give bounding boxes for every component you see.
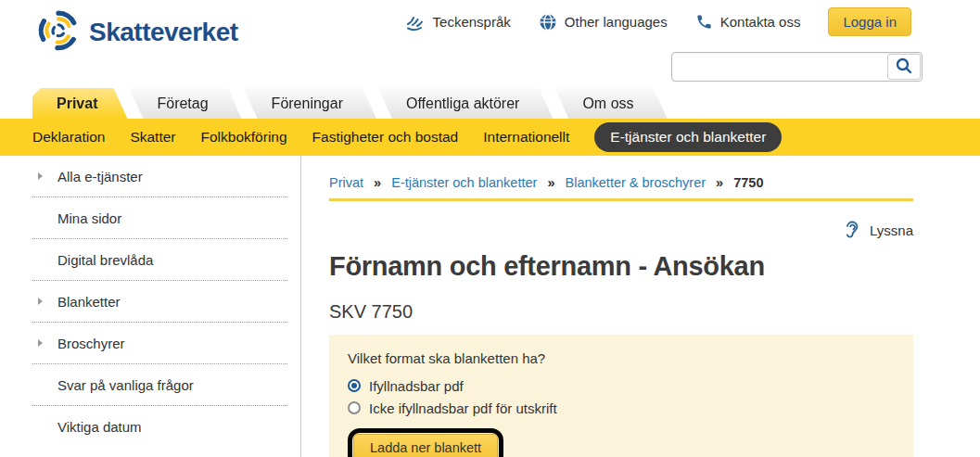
listen-link[interactable]: Lyssna [843, 219, 913, 242]
chevron-right-icon [38, 172, 43, 180]
chevron-right-icon [38, 298, 43, 305]
tab-offentliga-aktorer[interactable]: Offentliga aktörer [378, 88, 553, 119]
tab-om-oss[interactable]: Om oss [554, 88, 667, 119]
search-box [671, 52, 923, 82]
sidebar-item-blanketter[interactable]: Blanketter [32, 281, 287, 323]
tab-privat[interactable]: Privat [32, 88, 127, 119]
other-languages-label: Other languages [565, 14, 668, 30]
listen-label: Lyssna [870, 222, 913, 238]
breadcrumb: Privat » E-tjänster och blanketter » Bla… [329, 175, 913, 190]
breadcrumb-etjanster-och-blanketter[interactable]: E-tjänster och blanketter [391, 175, 537, 190]
sidebar-item-label: Digital brevlåda [57, 252, 153, 268]
nav-skatter[interactable]: Skatter [130, 129, 175, 146]
sidebar-item-mina-sidor[interactable]: Mina sidor [32, 197, 287, 239]
nav-deklaration[interactable]: Deklaration [32, 129, 105, 146]
sign-language-link[interactable]: Teckenspråk [405, 13, 511, 32]
sign-language-icon [405, 13, 426, 32]
tab-offentliga-aktorer-label: Offentliga aktörer [406, 95, 519, 112]
annotation-highlight: Ladda ner blankett [348, 428, 503, 457]
tab-foreningar[interactable]: Föreningar [244, 88, 376, 119]
skatteverket-page: Skatteverket Teckenspråk [0, 0, 980, 457]
page-subtitle: SKV 7750 [329, 301, 913, 323]
radio-option-1[interactable]: Icke ifyllnadsbar pdf för utskrift [348, 397, 895, 419]
sidebar: Alla e-tjänster Mina sidor Digital brevl… [0, 156, 301, 457]
sidebar-item-broschyrer[interactable]: Broschyrer [32, 323, 287, 364]
breadcrumb-privat[interactable]: Privat [329, 175, 363, 190]
sidebar-item-alla-etjanster[interactable]: Alla e-tjänster [32, 156, 287, 197]
sidebar-item-label: Blanketter [57, 294, 121, 310]
nav-internationellt[interactable]: Internationellt [483, 129, 569, 146]
search-input[interactable] [672, 53, 886, 81]
radio-option-1-label: Icke ifyllnadsbar pdf för utskrift [369, 400, 557, 416]
radio-button-icon[interactable] [348, 401, 361, 414]
page-title: Förnamn och efternamn - Ansökan [329, 251, 913, 282]
contact-label: Kontakta oss [720, 14, 801, 30]
phone-icon [695, 13, 713, 31]
form-question: Vilket format ska blanketten ha? [348, 350, 895, 366]
other-languages-link[interactable]: Other languages [539, 13, 668, 32]
ear-icon [843, 219, 861, 242]
tab-om-oss-label: Om oss [582, 95, 633, 112]
nav-etjanster-och-blanketter[interactable]: E-tjänster och blanketter [594, 122, 782, 152]
radio-button-icon[interactable] [348, 379, 361, 392]
sidebar-item-label: Mina sidor [57, 210, 121, 226]
brand-name: Skatteverket [89, 18, 238, 47]
login-button[interactable]: Logga in [828, 7, 911, 36]
sign-language-label: Teckenspråk [433, 14, 511, 30]
breadcrumb-blanketter-broschyrer[interactable]: Blanketter & broschyrer [566, 175, 706, 190]
header: Skatteverket Teckenspråk [0, 0, 980, 88]
sidebar-item-label: Alla e-tjänster [57, 169, 143, 184]
breadcrumb-separator: » [547, 175, 554, 190]
breadcrumb-separator: » [716, 175, 723, 190]
sidebar-item-label: Broschyrer [57, 336, 125, 351]
tab-privat-label: Privat [57, 95, 97, 112]
sidebar-item-label: Viktiga datum [57, 419, 142, 435]
nav-fastigheter-och-bostad[interactable]: Fastigheter och bostad [312, 129, 459, 146]
download-button[interactable]: Ladda ner blankett [353, 434, 498, 457]
utility-links: Teckenspråk Other languages [405, 7, 911, 36]
sidebar-item-viktiga-datum[interactable]: Viktiga datum [32, 406, 287, 448]
globe-icon [539, 13, 557, 32]
tab-foreningar-label: Föreningar [272, 95, 343, 112]
contact-link[interactable]: Kontakta oss [695, 13, 801, 31]
radio-option-0[interactable]: Ifyllnadsbar pdf [348, 374, 895, 397]
radio-option-0-label: Ifyllnadsbar pdf [369, 378, 464, 394]
body-row: Alla e-tjänster Mina sidor Digital brevl… [0, 156, 980, 457]
skatteverket-swirl-icon [37, 9, 80, 56]
primary-tabs: Privat Företag Föreningar Offentliga akt… [0, 88, 980, 119]
format-form: Vilket format ska blanketten ha? Ifyllna… [329, 335, 913, 457]
tab-foretag-label: Företag [157, 95, 208, 112]
topnav: Deklaration Skatter Folkbokföring Fastig… [0, 119, 980, 156]
breadcrumb-separator: » [374, 175, 381, 190]
main-content: Privat » E-tjänster och blanketter » Bla… [301, 156, 980, 457]
skatteverket-logo[interactable]: Skatteverket [37, 9, 238, 56]
search-icon [895, 57, 913, 78]
sidebar-item-label: Svar på vanliga frågor [57, 377, 194, 393]
breadcrumb-rule [329, 198, 913, 201]
search-button[interactable] [887, 54, 921, 80]
sidebar-item-svar-pa-vanliga-fragor[interactable]: Svar på vanliga frågor [32, 364, 287, 406]
tab-foretag[interactable]: Företag [129, 88, 241, 119]
sidebar-item-digital-brevlada[interactable]: Digital brevlåda [32, 239, 287, 281]
breadcrumb-current: 7750 [733, 175, 763, 190]
nav-folkbokforing[interactable]: Folkbokföring [201, 129, 287, 146]
chevron-right-icon [38, 339, 43, 347]
listen-row: Lyssna [329, 219, 913, 243]
